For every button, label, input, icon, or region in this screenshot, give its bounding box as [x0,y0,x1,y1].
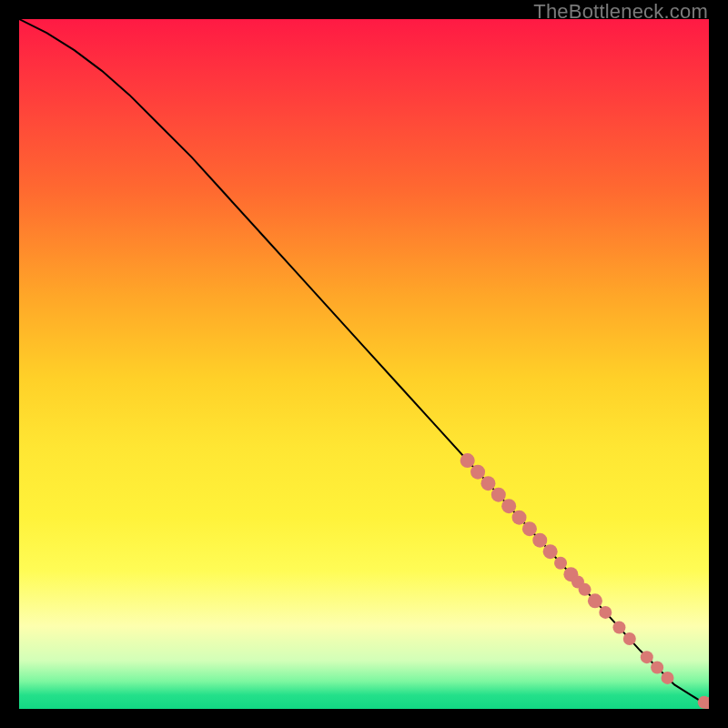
watermark-text: TheBottleneck.com [533,0,708,24]
data-dot [612,622,625,634]
data-dot [491,488,506,502]
data-dot [480,476,495,490]
data-dot [543,544,558,559]
data-dot [599,606,612,619]
chart-svg [19,19,709,709]
data-dot [623,632,636,645]
data-dot [501,499,516,513]
data-dot [512,511,527,525]
data-dot [641,651,653,663]
curve-line [19,19,709,703]
chart-frame [19,19,709,709]
data-dot [532,533,547,548]
data-dot [522,521,537,536]
data-dot [662,672,674,684]
data-dot [460,453,475,468]
data-dot [588,593,602,608]
data-dot [470,465,485,480]
data-dot [651,662,663,674]
data-dot [554,557,567,570]
data-dot [579,583,592,596]
